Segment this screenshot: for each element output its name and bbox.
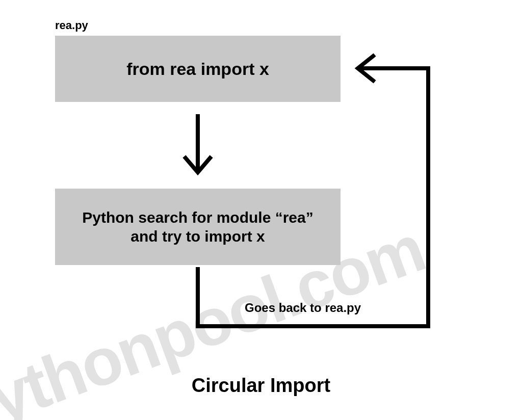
box-import-statement: from rea import x [55, 36, 341, 102]
loop-edge-label: Goes back to rea.py [245, 301, 361, 315]
file-label: rea.py [55, 19, 88, 32]
box-search-module: Python search for module “rea” and try t… [55, 189, 341, 265]
diagram-title: Circular Import [0, 375, 522, 397]
box-import-text: from rea import x [126, 59, 269, 79]
box-search-text: Python search for module “rea” and try t… [67, 208, 328, 246]
arrow-loop-head [358, 56, 373, 81]
arrow-down-head [186, 158, 210, 172]
